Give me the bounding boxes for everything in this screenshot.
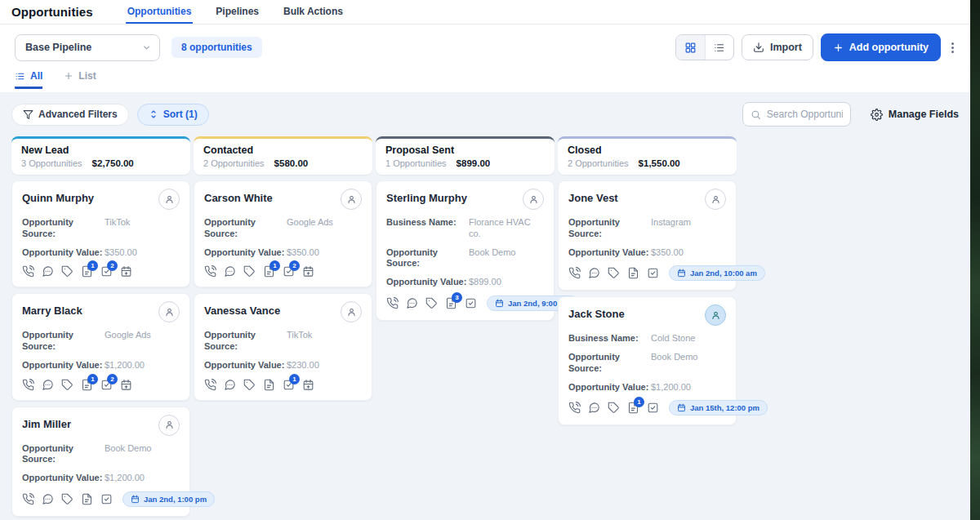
tag-icon[interactable] [61, 379, 74, 391]
phone-icon[interactable] [204, 265, 216, 278]
chat-icon[interactable] [42, 493, 54, 505]
card-field-label: Opportunity Source: [22, 217, 105, 240]
person-icon [164, 307, 175, 318]
tab-opportunities[interactable]: Opportunities [126, 0, 194, 24]
phone-icon[interactable] [22, 265, 34, 278]
avatar[interactable] [341, 301, 362, 322]
card-actions: 1 2 [22, 265, 180, 278]
avatar[interactable] [158, 189, 180, 210]
notes-icon[interactable]: 1 [263, 265, 275, 278]
search-input[interactable] [767, 109, 843, 120]
sort-button[interactable]: Sort (1) [137, 104, 209, 126]
manage-fields-button[interactable]: Manage Fields [871, 109, 959, 121]
tasks-icon[interactable] [465, 297, 477, 309]
column-header[interactable]: Contacted 2 Opportunities $580.00 [194, 136, 372, 175]
tag-icon[interactable] [243, 265, 256, 278]
notes-icon[interactable] [627, 267, 639, 279]
phone-icon[interactable] [568, 267, 581, 279]
grid-view-button[interactable] [676, 35, 705, 60]
tasks-icon[interactable] [647, 402, 659, 414]
manage-fields-label: Manage Fields [889, 109, 959, 120]
opportunity-card[interactable]: Carson White Opportunity Source:Google A… [194, 180, 372, 287]
calendar-plus-icon[interactable] [120, 265, 132, 278]
tasks-icon[interactable] [100, 493, 113, 505]
phone-icon[interactable] [386, 297, 399, 309]
opportunity-card[interactable]: Jack Stone Business Name:Cold StoneOppor… [558, 296, 737, 425]
grid-view-icon [684, 42, 697, 54]
opportunity-card[interactable]: Jim Miller Opportunity Source:Book DemoO… [11, 407, 190, 517]
calendar-plus-icon[interactable] [302, 265, 314, 278]
opportunity-card[interactable]: Sterling Murphy Business Name:Florance H… [376, 180, 555, 321]
pipeline-column: Closed 2 Opportunities $1,550.00 Jone Ve… [558, 136, 737, 425]
person-icon [346, 307, 357, 318]
notes-icon[interactable] [263, 379, 275, 391]
column-header[interactable]: Closed 2 Opportunities $1,550.00 [558, 136, 737, 175]
column-value: $899.00 [457, 158, 491, 168]
avatar[interactable] [158, 415, 180, 436]
phone-icon[interactable] [22, 379, 34, 391]
tag-icon[interactable] [61, 493, 74, 505]
add-opportunity-button[interactable]: Add opportunity [821, 33, 941, 61]
tab-bulk-actions[interactable]: Bulk Actions [282, 0, 345, 24]
more-options-button[interactable] [948, 42, 957, 53]
column-header[interactable]: New Lead 3 Opportunities $2,750.00 [11, 136, 190, 175]
chat-icon[interactable] [224, 379, 236, 391]
opportunity-card[interactable]: Marry Black Opportunity Source:Google Ad… [11, 293, 190, 400]
list-lines-icon [15, 71, 25, 82]
tag-icon[interactable] [243, 379, 256, 391]
tab-pipelines[interactable]: Pipelines [214, 0, 261, 24]
notes-icon[interactable]: 1 [627, 402, 639, 414]
chat-icon[interactable] [224, 265, 236, 278]
appointment-badge[interactable]: Jan 15th, 12:00 pm [669, 400, 768, 416]
avatar[interactable] [158, 301, 180, 322]
tag-icon[interactable] [425, 297, 438, 309]
tag-icon[interactable] [608, 402, 620, 414]
chat-icon[interactable] [588, 402, 600, 414]
card-field-value: Florance HVAC co. [469, 217, 544, 240]
calendar-plus-icon[interactable] [120, 379, 132, 391]
column-header[interactable]: Proposal Sent 1 Opportunities $899.00 [376, 136, 555, 175]
tag-icon[interactable] [61, 265, 74, 278]
chat-icon[interactable] [42, 379, 54, 391]
column-cards: Sterling Murphy Business Name:Florance H… [376, 180, 555, 321]
notes-icon[interactable]: 1 [81, 265, 93, 278]
appointment-badge[interactable]: Jan 2nd, 10:00 am [669, 265, 765, 281]
opportunity-card[interactable]: Quinn Murphy Opportunity Source:TikTokOp… [11, 180, 190, 287]
phone-icon[interactable] [568, 402, 581, 414]
notes-icon[interactable]: 3 [445, 297, 457, 309]
avatar[interactable] [523, 189, 544, 210]
card-field-value: Cold Stone [651, 333, 695, 344]
tasks-icon[interactable]: 2 [100, 265, 113, 278]
view-tab-all[interactable]: All [15, 70, 42, 89]
list-view-button[interactable] [705, 35, 733, 60]
avatar[interactable] [705, 304, 726, 326]
opportunity-card[interactable]: Jone Vest Opportunity Source:InstagramOp… [558, 180, 737, 291]
import-button[interactable]: Import [742, 34, 813, 60]
notes-icon[interactable] [81, 493, 93, 505]
card-actions: 3 Jan 2nd, 9:00 am [386, 296, 544, 311]
tag-icon[interactable] [608, 267, 620, 279]
avatar[interactable] [341, 189, 362, 210]
avatar[interactable] [705, 189, 726, 210]
chat-icon[interactable] [42, 265, 54, 278]
tasks-icon[interactable]: 2 [283, 265, 295, 278]
view-tab-add-list[interactable]: List [64, 70, 96, 89]
calendar-plus-icon[interactable] [302, 379, 314, 391]
pipeline-column: Proposal Sent 1 Opportunities $899.00 St… [376, 136, 555, 321]
notes-icon[interactable]: 1 [81, 379, 93, 391]
phone-icon[interactable] [204, 379, 216, 391]
column-value: $580.00 [274, 158, 309, 168]
pipeline-selector[interactable]: Base Pipeline [15, 34, 160, 61]
opportunity-card[interactable]: Vanessa Vance Opportunity Source:TikTokO… [194, 293, 372, 400]
chat-icon[interactable] [406, 297, 418, 309]
chat-icon[interactable] [588, 267, 600, 279]
tasks-icon[interactable]: 2 [100, 379, 113, 391]
tasks-icon[interactable]: 1 [283, 379, 295, 391]
card-field-label: Business Name: [568, 333, 651, 344]
tasks-badge: 2 [107, 374, 118, 384]
tasks-icon[interactable] [647, 267, 659, 279]
phone-icon[interactable] [22, 493, 34, 505]
card-title: Jim Miller [22, 415, 71, 430]
appointment-badge[interactable]: Jan 2nd, 1:00 pm [122, 491, 215, 507]
advanced-filters-button[interactable]: Advanced Filters [11, 104, 129, 126]
